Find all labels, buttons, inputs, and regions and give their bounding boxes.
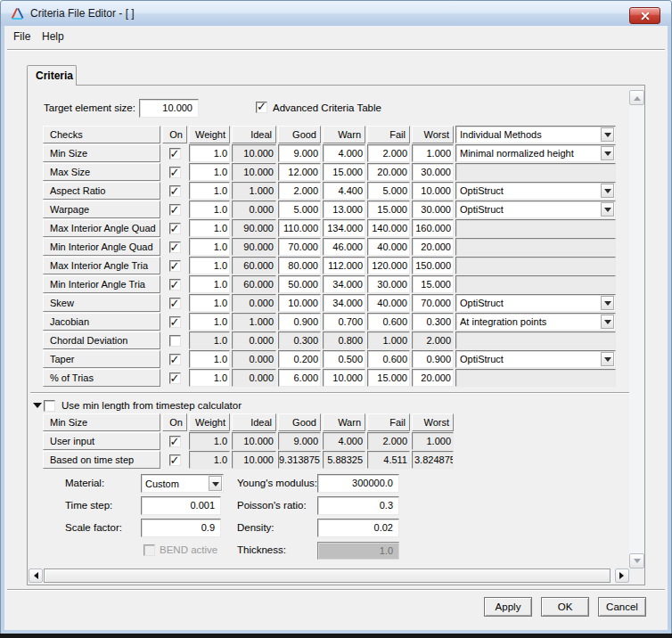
worst-value-field[interactable]: 1.000 (412, 144, 454, 162)
method-select[interactable]: OptiStruct (455, 294, 616, 312)
fail-value-field[interactable]: 20.000 (367, 163, 410, 181)
method-select[interactable]: OptiStruct (455, 200, 616, 218)
warn-value-field[interactable]: 112.000 (323, 257, 365, 274)
warn-value-field[interactable]: 34.000 (323, 275, 365, 293)
method-select[interactable]: OptiStruct (455, 182, 616, 200)
on-checkbox[interactable] (169, 335, 181, 347)
good-value-field[interactable]: 12.000 (278, 163, 321, 181)
method-select[interactable]: OptiStruct (455, 350, 616, 368)
worst-value-field[interactable]: 150.000 (412, 257, 454, 274)
weight-value-field[interactable]: 1.0 (189, 219, 230, 237)
good-value-field[interactable]: 0.900 (278, 313, 321, 331)
dropdown-arrow-icon[interactable] (601, 184, 614, 198)
ok-button[interactable]: OK (541, 597, 589, 617)
apply-button[interactable]: Apply (484, 597, 532, 617)
min-size-source-button[interactable]: User input (43, 432, 160, 450)
weight-value-field[interactable]: 1.0 (189, 144, 230, 162)
on-checkbox[interactable] (169, 372, 181, 384)
close-button[interactable] (629, 7, 660, 24)
density-input[interactable]: 0.02 (317, 519, 399, 537)
weight-value-field[interactable]: 1.0 (189, 182, 230, 200)
scale-factor-input[interactable]: 0.9 (141, 519, 221, 537)
on-checkbox[interactable] (169, 241, 181, 253)
good-value-field[interactable]: 6.000 (278, 369, 321, 387)
worst-value-field[interactable]: 0.300 (412, 313, 454, 331)
fail-value-field[interactable]: 30.000 (367, 275, 410, 293)
on-checkbox[interactable] (169, 204, 181, 216)
on-checkbox[interactable] (169, 185, 181, 197)
on-checkbox[interactable] (169, 316, 181, 328)
fail-value-field[interactable]: 40.000 (367, 294, 410, 312)
check-name-button[interactable]: Min Interior Angle Quad (43, 238, 160, 256)
method-select[interactable]: Minimal normalized height (455, 144, 616, 162)
dropdown-arrow-icon[interactable] (601, 146, 614, 160)
warn-value-field[interactable]: 134.000 (323, 219, 365, 237)
warn-value-field[interactable]: 46.000 (323, 238, 365, 256)
warn-value-field[interactable]: 15.000 (323, 163, 365, 181)
on-checkbox[interactable] (169, 223, 181, 234)
check-name-button[interactable]: Max Size (43, 163, 160, 181)
poissons-ratio-input[interactable]: 0.3 (317, 496, 399, 515)
menu-help[interactable]: Help (38, 28, 68, 45)
target-element-size-input[interactable]: 10.000 (139, 99, 199, 118)
dropdown-arrow-icon[interactable] (601, 352, 614, 366)
worst-value-field[interactable]: 0.900 (412, 350, 454, 368)
good-value-field[interactable]: 70.000 (278, 238, 321, 256)
dropdown-arrow-icon[interactable] (209, 476, 222, 491)
on-checkbox[interactable] (169, 298, 181, 309)
fail-value-field[interactable]: 120.000 (367, 257, 410, 274)
check-name-button[interactable]: Skew (43, 294, 160, 312)
vertical-scrollbar[interactable] (629, 90, 644, 568)
fail-value-field[interactable]: 0.600 (367, 350, 410, 368)
weight-value-field[interactable]: 1.0 (189, 294, 230, 312)
on-checkbox[interactable] (169, 148, 181, 160)
on-checkbox[interactable] (169, 279, 181, 290)
weight-value-field[interactable]: 1.0 (189, 163, 230, 181)
menu-file[interactable]: File (10, 28, 34, 45)
good-value-field[interactable]: 110.000 (278, 219, 321, 237)
individual-methods-select[interactable]: Individual Methods (455, 126, 616, 143)
worst-value-field[interactable]: 10.000 (412, 182, 454, 200)
fail-value-field[interactable]: 15.000 (367, 200, 410, 218)
collapse-arrow-icon[interactable] (33, 403, 42, 413)
fail-value-field[interactable]: 15.000 (367, 369, 410, 387)
good-value-field[interactable]: 2.000 (278, 182, 321, 200)
warn-value-field[interactable]: 13.000 (323, 200, 365, 218)
scroll-left-button[interactable] (29, 568, 43, 583)
weight-value-field[interactable]: 1.0 (189, 350, 230, 368)
good-value-field[interactable]: 50.000 (278, 275, 321, 293)
youngs-modulus-input[interactable]: 300000.0 (317, 474, 399, 493)
good-value-field[interactable]: 80.000 (278, 257, 321, 274)
warn-value-field[interactable]: 0.500 (323, 350, 365, 368)
good-value-field[interactable]: 9.000 (278, 144, 321, 162)
weight-value-field[interactable]: 1.0 (189, 257, 230, 274)
warn-value-field[interactable]: 10.000 (323, 369, 365, 387)
worst-value-field[interactable]: 70.000 (412, 294, 454, 312)
worst-value-field[interactable]: 160.000 (412, 219, 454, 237)
on-checkbox[interactable] (169, 454, 181, 466)
min-size-source-button[interactable]: Based on time step (43, 451, 160, 469)
horizontal-scrollbar[interactable] (29, 568, 629, 583)
on-checkbox[interactable] (169, 354, 181, 365)
good-value-field[interactable]: 0.200 (278, 350, 321, 368)
dropdown-arrow-icon[interactable] (601, 127, 614, 142)
check-name-button[interactable]: Taper (43, 350, 160, 368)
time-step-input[interactable]: 0.001 (141, 496, 221, 515)
warn-value-field[interactable]: 4.400 (323, 182, 365, 200)
check-name-button[interactable]: Jacobian (43, 313, 160, 331)
check-name-button[interactable]: Chordal Deviation (43, 331, 160, 349)
weight-value-field[interactable]: 1.0 (189, 238, 230, 256)
scroll-up-button[interactable] (629, 90, 644, 105)
worst-value-field[interactable]: 20.000 (412, 238, 454, 256)
horizontal-scroll-thumb[interactable] (44, 568, 611, 583)
check-name-button[interactable]: Max Interior Angle Tria (43, 257, 160, 274)
weight-value-field[interactable]: 1.0 (189, 313, 230, 331)
fail-value-field[interactable]: 2.000 (367, 144, 410, 162)
worst-value-field[interactable]: 20.000 (412, 369, 454, 387)
fail-value-field[interactable]: 5.000 (367, 182, 410, 200)
advanced-criteria-checkbox[interactable] (256, 102, 267, 113)
scroll-right-button[interactable] (615, 568, 629, 583)
dropdown-arrow-icon[interactable] (601, 315, 614, 329)
warn-value-field[interactable]: 34.000 (323, 294, 365, 312)
titlebar[interactable]: Criteria File Editor - [ ] (1, 1, 671, 26)
